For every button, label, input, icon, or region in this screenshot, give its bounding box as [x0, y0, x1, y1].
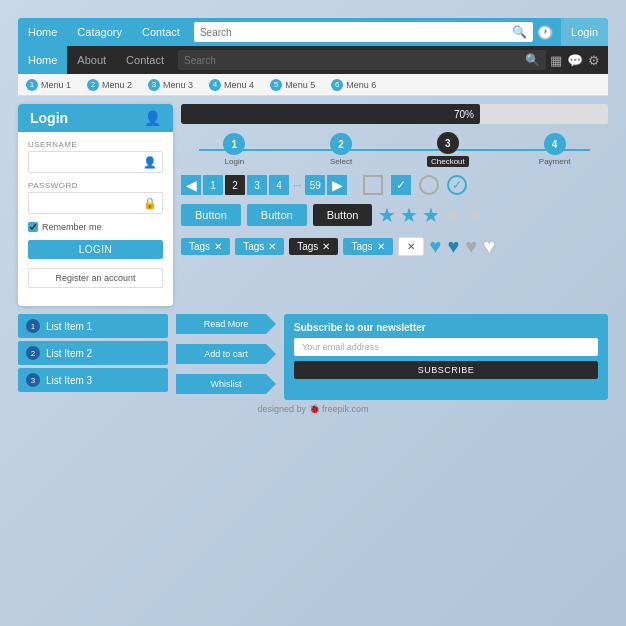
- search-icon: 🔍: [512, 25, 527, 39]
- page-3-button[interactable]: 3: [247, 175, 267, 195]
- check-row: ✓ ✓: [363, 175, 467, 195]
- nav2-contact[interactable]: Contact: [116, 46, 174, 74]
- next-page-button[interactable]: ▶: [327, 175, 347, 195]
- gear-icon[interactable]: ⚙: [588, 53, 600, 68]
- bottom-row: 1List Item 12List Item 23List Item 3 Rea…: [18, 314, 608, 400]
- nav1-home[interactable]: Home: [18, 18, 67, 46]
- tag-1-close[interactable]: ✕: [214, 241, 222, 252]
- footer-brand: freepik.com: [322, 404, 369, 414]
- submenu-item-menu4[interactable]: 4Menu 4: [201, 79, 262, 91]
- submenu-item-menu3[interactable]: 3Menu 3: [140, 79, 201, 91]
- heart-3[interactable]: ♥: [465, 235, 477, 258]
- nav-bar-1: Home Catagory Contact 🔍 🕐 Login: [18, 18, 608, 46]
- step-label: Login: [225, 157, 245, 166]
- remember-checkbox[interactable]: [28, 222, 38, 232]
- footer: designed by 🐞 freepik.com: [257, 400, 368, 418]
- nav2-search-area: 🔍: [178, 50, 546, 70]
- right-side: 70% 1Login2Select3Checkout4Payment ◀ 1 2…: [181, 104, 608, 258]
- clock-icon[interactable]: 🕐: [537, 25, 553, 40]
- tag-5[interactable]: ✕: [398, 237, 424, 256]
- submenu-num: 5: [270, 79, 282, 91]
- submenu-item-menu6[interactable]: 6Menu 6: [323, 79, 384, 91]
- page-2-button[interactable]: 2: [225, 175, 245, 195]
- step-select[interactable]: 2Select: [288, 133, 395, 166]
- remember-label: Remember me: [42, 222, 102, 232]
- button-3[interactable]: Button: [313, 204, 373, 226]
- login-link[interactable]: Login: [561, 18, 608, 46]
- arrow-btn-whislist[interactable]: Whislist: [176, 374, 276, 394]
- tag-2[interactable]: Tags✕: [235, 238, 284, 255]
- tag-4[interactable]: Tags✕: [343, 238, 392, 255]
- step-label: Checkout: [427, 156, 469, 167]
- checkbox-empty[interactable]: [363, 175, 383, 195]
- newsletter: Subscribe to our newsletter Your email a…: [284, 314, 608, 400]
- tag-5-label: ✕: [407, 241, 415, 252]
- buttons-row: Button Button Button: [181, 204, 372, 226]
- star-3[interactable]: ★: [422, 203, 440, 227]
- star-1[interactable]: ★: [378, 203, 396, 227]
- nav2-about[interactable]: About: [67, 46, 116, 74]
- submenu-item-menu1[interactable]: 1Menu 1: [18, 79, 79, 91]
- nav2-home[interactable]: Home: [18, 46, 67, 74]
- tag-2-close[interactable]: ✕: [268, 241, 276, 252]
- newsletter-input[interactable]: Your email address: [294, 338, 598, 356]
- tag-4-close[interactable]: ✕: [377, 241, 385, 252]
- chat-icon[interactable]: 💬: [567, 53, 583, 68]
- step-payment[interactable]: 4Payment: [501, 133, 608, 166]
- pagination: ◀ 1 2 3 4 ··· 59 ▶: [181, 175, 347, 195]
- tag-3-close[interactable]: ✕: [322, 241, 330, 252]
- submenu-num: 1: [26, 79, 38, 91]
- tag-1[interactable]: Tags✕: [181, 238, 230, 255]
- register-button[interactable]: Register an account: [28, 268, 163, 288]
- list-num: 1: [26, 319, 40, 333]
- heart-2[interactable]: ♥: [447, 235, 459, 258]
- button-1[interactable]: Button: [181, 204, 241, 226]
- arrow-btn-add-to cart[interactable]: Add to cart: [176, 344, 276, 364]
- login-submit-button[interactable]: LOGIN: [28, 240, 163, 259]
- hearts-row: ♥ ♥ ♥ ♥: [430, 235, 496, 258]
- checkbox-checked[interactable]: ✓: [391, 175, 411, 195]
- nav1-category[interactable]: Catagory: [67, 18, 132, 46]
- grid-icon[interactable]: ▦: [550, 53, 562, 68]
- step-login[interactable]: 1Login: [181, 133, 288, 166]
- star-2[interactable]: ★: [400, 203, 418, 227]
- list-item-3[interactable]: 3List Item 3: [18, 368, 168, 392]
- list-num: 2: [26, 346, 40, 360]
- nav1-contact[interactable]: Contact: [132, 18, 190, 46]
- tag-3[interactable]: Tags✕: [289, 238, 338, 255]
- login-form: USERNAME 👤 PASSWORD 🔒 Remember me LOGIN …: [18, 132, 173, 296]
- submenu-label: Menu 3: [163, 80, 193, 90]
- star-5[interactable]: ★: [466, 203, 484, 227]
- remember-me: Remember me: [28, 222, 163, 232]
- row-1: Login 👤 USERNAME 👤 PASSWORD 🔒 Remember m…: [18, 104, 608, 306]
- page-1-button[interactable]: 1: [203, 175, 223, 195]
- tags-row: Tags✕ Tags✕ Tags✕ Tags✕ ✕: [181, 237, 424, 256]
- page-last-button[interactable]: 59: [305, 175, 325, 195]
- sub-menu: 1Menu 12Menu 23Menu 34Menu 45Menu 56Menu…: [18, 74, 608, 96]
- button-2[interactable]: Button: [247, 204, 307, 226]
- star-4[interactable]: ★: [444, 203, 462, 227]
- radio-checked[interactable]: ✓: [447, 175, 467, 195]
- list-num: 3: [26, 373, 40, 387]
- nav1-icons: 🕐: [537, 25, 561, 40]
- submenu-item-menu2[interactable]: 2Menu 2: [79, 79, 140, 91]
- username-input[interactable]: [35, 157, 156, 167]
- prev-page-button[interactable]: ◀: [181, 175, 201, 195]
- step-checkout[interactable]: 3Checkout: [395, 132, 502, 167]
- newsletter-subscribe-button[interactable]: SUBSCRIBE: [294, 361, 598, 379]
- submenu-label: Menu 6: [346, 80, 376, 90]
- password-input[interactable]: [35, 198, 156, 208]
- list-item-2[interactable]: 2List Item 2: [18, 341, 168, 365]
- radio-empty[interactable]: [419, 175, 439, 195]
- heart-4[interactable]: ♥: [483, 235, 495, 258]
- nav1-search-input[interactable]: [200, 27, 512, 38]
- page-4-button[interactable]: 4: [269, 175, 289, 195]
- nav2-search-input[interactable]: [184, 55, 525, 66]
- arrow-btn-read-more[interactable]: Read More: [176, 314, 276, 334]
- submenu-item-menu5[interactable]: 5Menu 5: [262, 79, 323, 91]
- heart-1[interactable]: ♥: [430, 235, 442, 258]
- list-item-1[interactable]: 1List Item 1: [18, 314, 168, 338]
- tag-2-label: Tags: [243, 241, 264, 252]
- lock-icon: 🔒: [143, 197, 157, 210]
- tags-hearts-row: Tags✕ Tags✕ Tags✕ Tags✕ ✕ ♥ ♥ ♥ ♥: [181, 235, 608, 258]
